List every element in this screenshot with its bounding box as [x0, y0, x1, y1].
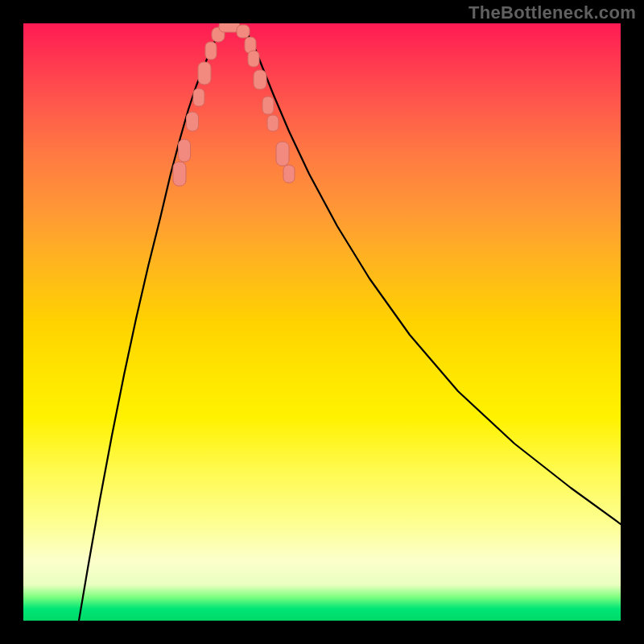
marker-point: [198, 62, 211, 85]
marker-point: [187, 112, 199, 131]
watermark-text: TheBottleneck.com: [469, 2, 636, 23]
plot-area: [23, 23, 621, 621]
marker-point: [193, 89, 204, 106]
series-right-curve: [242, 27, 621, 524]
marker-point: [179, 139, 191, 162]
marker-point: [173, 162, 186, 186]
marker-point: [283, 165, 295, 183]
marker-point: [237, 25, 250, 38]
marker-point: [254, 70, 266, 89]
chart-container: TheBottleneck.com: [0, 0, 644, 644]
marker-point: [205, 42, 217, 60]
chart-svg: [23, 23, 621, 621]
series-left-curve: [79, 27, 224, 621]
marker-point: [267, 115, 279, 131]
marker-point: [276, 142, 289, 166]
marker-point: [262, 97, 274, 114]
marker-point: [248, 51, 259, 67]
